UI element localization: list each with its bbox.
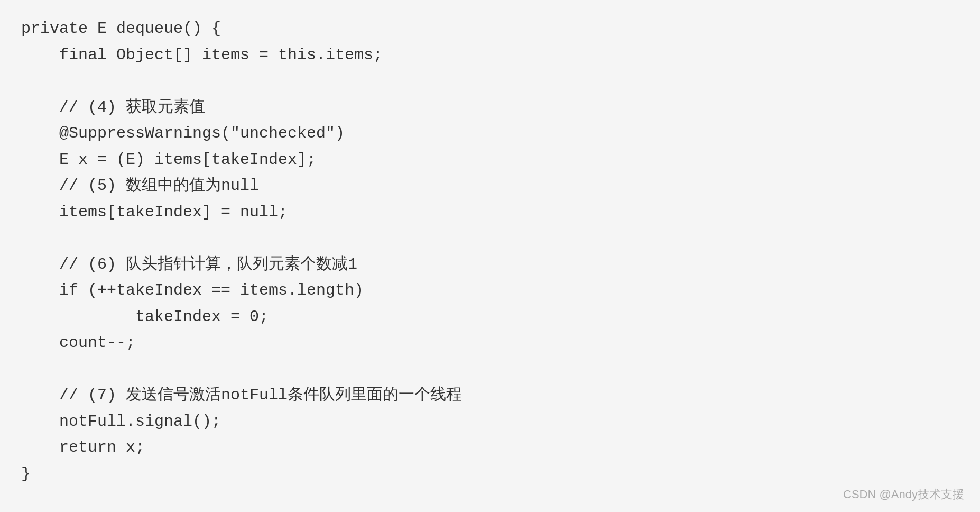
watermark: CSDN @Andy技术支援 <box>843 487 964 502</box>
code-block: private E dequeue() { final Object[] ite… <box>21 16 959 487</box>
code-container: private E dequeue() { final Object[] ite… <box>0 0 980 512</box>
